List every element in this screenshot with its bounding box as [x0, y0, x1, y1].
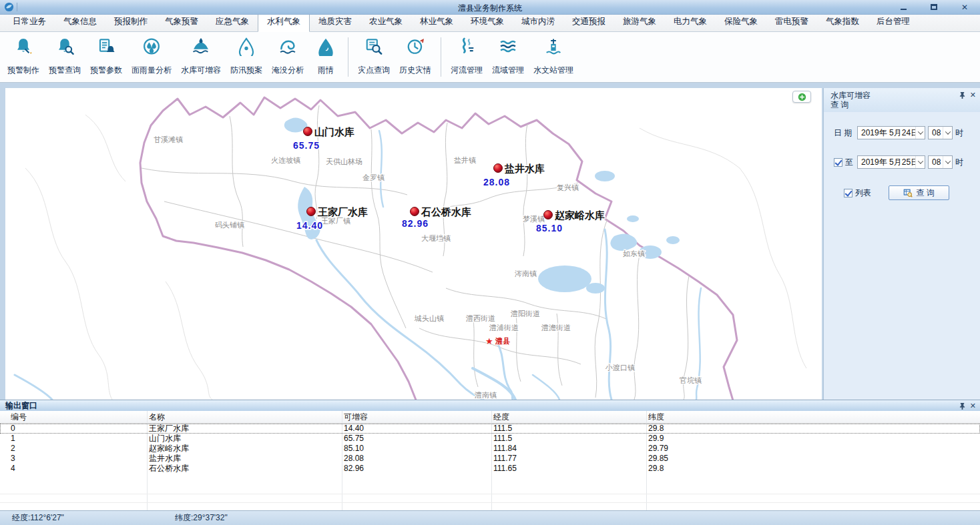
menu-item-environment[interactable]: 环境气象 — [462, 13, 513, 31]
list-query-row: 列表 查 询 — [844, 185, 976, 200]
warning-query-button[interactable]: 预警查询 — [44, 34, 85, 81]
town-label: 澧浦街道 — [489, 324, 519, 332]
chevron-down-icon — [915, 127, 925, 139]
menu-item-emergency[interactable]: 应急气象 — [207, 13, 258, 31]
query-button-icon — [903, 188, 913, 197]
menu-item-geology[interactable]: 地质灾害 — [310, 13, 360, 31]
disaster-search-icon — [364, 37, 384, 56]
menu-item-power[interactable]: 电力气象 — [665, 13, 716, 31]
svg-text:65.75: 65.75 — [293, 140, 320, 151]
town-label: 金罗镇 — [362, 173, 385, 181]
title-bar: 澧县业务制作系统 ✕ — [0, 0, 980, 15]
close-output-icon[interactable]: ✕ — [970, 402, 976, 410]
minimize-button[interactable] — [897, 2, 909, 13]
date-to-select[interactable]: 2019年 5月25日 — [857, 155, 925, 169]
disaster-point-query-button[interactable]: 灾点查询 — [353, 34, 395, 81]
pin-icon[interactable] — [959, 91, 965, 99]
menu-item-forecast[interactable]: 预报制作 — [105, 13, 156, 31]
raindrop-icon — [316, 37, 336, 56]
town-label: 如东镇 — [623, 249, 645, 257]
pin-icon[interactable] — [959, 402, 965, 410]
row-separator — [0, 502, 980, 503]
output-caption: 输出窗口 ✕ — [0, 400, 980, 411]
menu-item-forestry[interactable]: 林业气象 — [411, 13, 462, 31]
chevron-down-icon — [943, 127, 952, 139]
map-canvas[interactable]: 甘溪滩镇 火连坡镇 天供山林场 金罗镇 盐井镇 复兴镇 码头铺镇 王家厂镇 梦溪… — [5, 88, 822, 400]
date-from-select[interactable]: 2019年 5月24日 — [857, 126, 925, 139]
status-bar: 经度:112°6'27" 纬度:29°37'32" — [0, 510, 980, 525]
town-label: 大堰垱镇 — [421, 234, 451, 242]
map-zoom-button[interactable] — [792, 91, 811, 103]
bell-search-icon — [55, 37, 75, 56]
column-header-latitude[interactable]: 纬度 — [646, 412, 980, 422]
flood-plan-button[interactable]: 防汛预案 — [226, 34, 267, 81]
town-label: 城头山镇 — [414, 314, 444, 322]
town-label: 澧澹街道 — [541, 324, 571, 332]
doc-params-icon — [96, 37, 116, 56]
query-button[interactable]: 查 询 — [889, 185, 949, 200]
menu-item-urban-flood[interactable]: 城市内涝 — [513, 13, 563, 31]
warning-make-button[interactable]: 预警制作 — [3, 34, 44, 81]
svg-text:石公桥水库: 石公桥水库 — [421, 206, 471, 217]
column-header-name[interactable]: 名称 — [147, 412, 342, 422]
output-window: 输出窗口 ✕ 编号 名称 可增容 经度 纬度 0 王家厂水库 14.40 111… — [0, 400, 980, 510]
svg-text:14.40: 14.40 — [296, 220, 323, 231]
status-longitude: 经度:112°6'27" — [12, 512, 175, 524]
flood-wave-icon — [278, 37, 298, 56]
menu-item-tourism[interactable]: 旅游气象 — [614, 13, 665, 31]
column-header-capacity[interactable]: 可增容 — [342, 412, 491, 422]
river-icon — [457, 37, 477, 56]
basin-manage-button[interactable]: 流域管理 — [487, 34, 529, 81]
column-separator — [342, 411, 342, 510]
svg-text:85.10: 85.10 — [536, 223, 563, 233]
svg-text:28.08: 28.08 — [483, 177, 510, 187]
hour-unit-label: 时 — [955, 127, 963, 139]
menu-item-daily[interactable]: 日常业务 — [4, 13, 55, 31]
list-label: 列表 — [855, 187, 871, 199]
area-rainfall-button[interactable]: 面雨量分析 — [127, 34, 176, 81]
town-label: 澧南镇 — [474, 391, 497, 399]
town-label: 澧西街道 — [465, 314, 495, 322]
column-header-longitude[interactable]: 经度 — [491, 412, 646, 422]
menu-item-insurance[interactable]: 保险气象 — [716, 13, 766, 31]
hydro-station-manage-button[interactable]: 水文站管理 — [529, 34, 578, 81]
to-label: 至 — [845, 157, 853, 168]
close-panel-icon[interactable]: ✕ — [970, 91, 976, 99]
reservoir-capacity-button[interactable]: 水库可增容 — [176, 34, 226, 81]
toolbar-separator — [441, 37, 441, 77]
date-from-row: 日 期 2019年 5月24日 08 时 — [834, 126, 976, 139]
output-table: 编号 名称 可增容 经度 纬度 0 王家厂水库 14.40 111.5 29.8… — [0, 411, 980, 510]
warning-params-button[interactable]: 预警参数 — [85, 34, 127, 81]
flood-plan-icon — [236, 37, 256, 56]
list-checkbox[interactable] — [844, 189, 852, 197]
menu-item-warning[interactable]: 气象预警 — [156, 13, 207, 31]
town-label: 涔南镇 — [515, 270, 537, 278]
hour-from-select[interactable]: 08 — [928, 126, 953, 139]
rain-condition-button[interactable]: 雨情 — [308, 34, 343, 81]
menu-item-lightning[interactable]: 雷电预警 — [766, 13, 817, 31]
hour-unit-label: 时 — [955, 157, 963, 168]
main-dock-area: 甘溪滩镇 火连坡镇 天供山林场 金罗镇 盐井镇 复兴镇 码头铺镇 王家厂镇 梦溪… — [0, 83, 980, 400]
window-title: 澧县业务制作系统 — [458, 3, 522, 14]
maximize-button[interactable] — [928, 2, 940, 13]
river-manage-button[interactable]: 河流管理 — [446, 34, 487, 81]
titlebar-divider — [17, 3, 17, 11]
column-header-id[interactable]: 编号 — [0, 412, 147, 422]
menu-item-traffic[interactable]: 交通预报 — [563, 13, 614, 31]
town-label: 王家厂镇 — [321, 217, 350, 225]
inundation-analysis-button[interactable]: 淹没分析 — [267, 34, 308, 81]
svg-text:澧县: 澧县 — [495, 337, 510, 345]
hour-to-select[interactable]: 08 — [928, 155, 953, 169]
close-button[interactable]: ✕ — [959, 2, 971, 13]
town-label: 火连坡镇 — [271, 156, 300, 164]
menu-item-weather-info[interactable]: 气象信息 — [55, 13, 105, 31]
town-label: 澧阳街道 — [510, 310, 540, 318]
menu-item-index[interactable]: 气象指数 — [817, 13, 868, 31]
svg-text:王家厂水库: 王家厂水库 — [317, 206, 368, 217]
menu-item-hydrology[interactable]: 水利气象 — [258, 12, 310, 32]
menu-item-admin[interactable]: 后台管理 — [868, 13, 919, 31]
menu-bar: 日常业务 气象信息 预报制作 气象预警 应急气象 水利气象 地质灾害 农业气象 … — [0, 15, 980, 32]
menu-item-agriculture[interactable]: 农业气象 — [360, 13, 411, 31]
history-disaster-button[interactable]: 历史灾情 — [395, 34, 436, 81]
to-date-checkbox[interactable] — [834, 158, 842, 167]
